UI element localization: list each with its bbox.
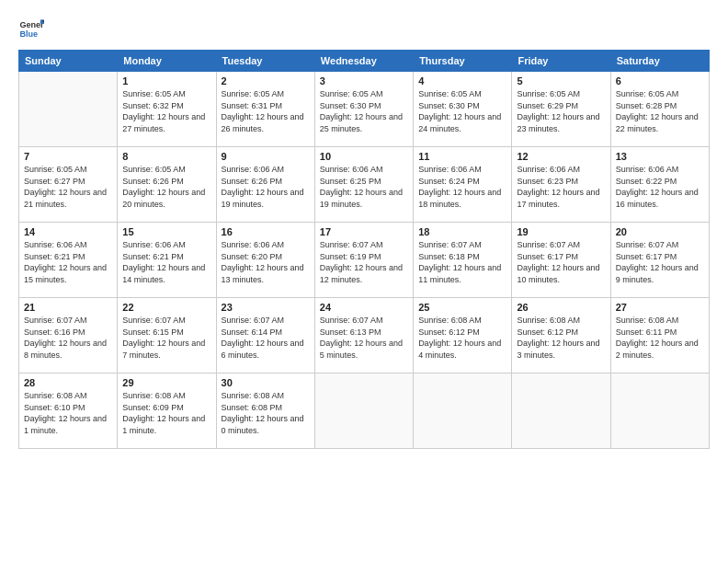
day-info: Sunrise: 6:08 AMSunset: 6:11 PMDaylight:… [616,315,704,361]
day-number: 4 [418,75,506,86]
calendar-cell: 10Sunrise: 6:06 AMSunset: 6:25 PMDayligh… [314,147,413,223]
day-number: 22 [122,302,210,313]
day-number: 3 [320,75,408,86]
day-number: 9 [222,151,310,162]
calendar-cell [512,373,610,449]
calendar-body: 1Sunrise: 6:05 AMSunset: 6:32 PMDaylight… [19,72,710,449]
day-number: 17 [320,226,408,237]
calendar-cell [314,373,413,449]
day-info: Sunrise: 6:08 AMSunset: 6:12 PMDaylight:… [517,315,605,361]
calendar-cell: 27Sunrise: 6:08 AMSunset: 6:11 PMDayligh… [610,298,709,373]
day-info: Sunrise: 6:07 AMSunset: 6:19 PMDaylight:… [320,239,408,285]
weekday-header-thursday: Thursday [414,51,512,72]
calendar-cell: 11Sunrise: 6:06 AMSunset: 6:24 PMDayligh… [414,147,512,223]
day-number: 30 [222,377,310,388]
calendar-cell: 1Sunrise: 6:05 AMSunset: 6:32 PMDaylight… [118,72,216,147]
day-number: 29 [122,377,210,388]
calendar-cell: 30Sunrise: 6:08 AMSunset: 6:08 PMDayligh… [216,373,314,449]
day-info: Sunrise: 6:06 AMSunset: 6:20 PMDaylight:… [222,239,310,285]
calendar-cell: 17Sunrise: 6:07 AMSunset: 6:19 PMDayligh… [314,223,413,298]
day-info: Sunrise: 6:06 AMSunset: 6:22 PMDaylight:… [616,164,704,210]
calendar-cell: 6Sunrise: 6:05 AMSunset: 6:28 PMDaylight… [610,72,709,147]
day-number: 15 [122,226,210,237]
calendar-week-1: 1Sunrise: 6:05 AMSunset: 6:32 PMDaylight… [19,72,710,147]
day-number: 21 [24,302,112,313]
day-info: Sunrise: 6:07 AMSunset: 6:13 PMDaylight:… [320,315,408,361]
weekday-header-saturday: Saturday [610,51,709,72]
calendar-cell [610,373,709,449]
calendar-cell: 20Sunrise: 6:07 AMSunset: 6:17 PMDayligh… [610,223,709,298]
calendar-week-3: 14Sunrise: 6:06 AMSunset: 6:21 PMDayligh… [19,223,710,298]
calendar-week-5: 28Sunrise: 6:08 AMSunset: 6:10 PMDayligh… [19,373,710,449]
calendar-cell: 25Sunrise: 6:08 AMSunset: 6:12 PMDayligh… [414,298,512,373]
day-info: Sunrise: 6:07 AMSunset: 6:18 PMDaylight:… [418,239,506,285]
day-number: 5 [517,75,605,86]
day-info: Sunrise: 6:06 AMSunset: 6:26 PMDaylight:… [222,164,310,210]
calendar-cell: 14Sunrise: 6:06 AMSunset: 6:21 PMDayligh… [19,223,118,298]
calendar-cell: 12Sunrise: 6:06 AMSunset: 6:23 PMDayligh… [512,147,610,223]
calendar-cell: 4Sunrise: 6:05 AMSunset: 6:30 PMDaylight… [414,72,512,147]
day-info: Sunrise: 6:07 AMSunset: 6:17 PMDaylight:… [616,239,704,285]
day-info: Sunrise: 6:08 AMSunset: 6:09 PMDaylight:… [122,390,210,436]
calendar-cell: 7Sunrise: 6:05 AMSunset: 6:27 PMDaylight… [19,147,118,223]
weekday-header-friday: Friday [512,51,610,72]
day-number: 13 [616,151,704,162]
calendar-cell: 19Sunrise: 6:07 AMSunset: 6:17 PMDayligh… [512,223,610,298]
calendar-cell: 5Sunrise: 6:05 AMSunset: 6:29 PMDaylight… [512,72,610,147]
page-header: General Blue [18,15,710,40]
day-number: 12 [517,151,605,162]
day-number: 6 [616,75,704,86]
calendar-week-4: 21Sunrise: 6:07 AMSunset: 6:16 PMDayligh… [19,298,710,373]
calendar-cell: 9Sunrise: 6:06 AMSunset: 6:26 PMDaylight… [216,147,314,223]
calendar-cell: 2Sunrise: 6:05 AMSunset: 6:31 PMDaylight… [216,72,314,147]
day-info: Sunrise: 6:05 AMSunset: 6:30 PMDaylight:… [418,88,506,134]
weekday-header-wednesday: Wednesday [314,51,413,72]
weekday-header-monday: Monday [118,51,216,72]
day-info: Sunrise: 6:05 AMSunset: 6:27 PMDaylight:… [24,164,112,210]
day-info: Sunrise: 6:07 AMSunset: 6:15 PMDaylight:… [122,315,210,361]
weekday-header-sunday: Sunday [19,51,118,72]
day-info: Sunrise: 6:08 AMSunset: 6:08 PMDaylight:… [222,390,310,436]
calendar-cell: 15Sunrise: 6:06 AMSunset: 6:21 PMDayligh… [118,223,216,298]
day-number: 25 [418,302,506,313]
day-number: 26 [517,302,605,313]
calendar-cell: 3Sunrise: 6:05 AMSunset: 6:30 PMDaylight… [314,72,413,147]
calendar-week-2: 7Sunrise: 6:05 AMSunset: 6:27 PMDaylight… [19,147,710,223]
day-info: Sunrise: 6:05 AMSunset: 6:29 PMDaylight:… [517,88,605,134]
calendar-cell: 23Sunrise: 6:07 AMSunset: 6:14 PMDayligh… [216,298,314,373]
day-info: Sunrise: 6:07 AMSunset: 6:16 PMDaylight:… [24,315,112,361]
day-info: Sunrise: 6:05 AMSunset: 6:32 PMDaylight:… [122,88,210,134]
calendar-cell: 21Sunrise: 6:07 AMSunset: 6:16 PMDayligh… [19,298,118,373]
calendar-header: SundayMondayTuesdayWednesdayThursdayFrid… [19,51,710,72]
day-number: 19 [517,226,605,237]
calendar-cell: 24Sunrise: 6:07 AMSunset: 6:13 PMDayligh… [314,298,413,373]
day-number: 1 [122,75,210,86]
day-number: 27 [616,302,704,313]
day-info: Sunrise: 6:08 AMSunset: 6:12 PMDaylight:… [418,315,506,361]
calendar-cell: 28Sunrise: 6:08 AMSunset: 6:10 PMDayligh… [19,373,118,449]
calendar-cell: 13Sunrise: 6:06 AMSunset: 6:22 PMDayligh… [610,147,709,223]
calendar-cell [19,72,118,147]
day-info: Sunrise: 6:05 AMSunset: 6:28 PMDaylight:… [616,88,704,134]
weekday-header-row: SundayMondayTuesdayWednesdayThursdayFrid… [19,51,710,72]
calendar-cell: 26Sunrise: 6:08 AMSunset: 6:12 PMDayligh… [512,298,610,373]
day-info: Sunrise: 6:07 AMSunset: 6:17 PMDaylight:… [517,239,605,285]
day-number: 24 [320,302,408,313]
logo: General Blue [18,15,44,40]
day-info: Sunrise: 6:06 AMSunset: 6:21 PMDaylight:… [24,239,112,285]
day-number: 14 [24,226,112,237]
day-number: 23 [222,302,310,313]
day-info: Sunrise: 6:06 AMSunset: 6:25 PMDaylight:… [320,164,408,210]
day-number: 10 [320,151,408,162]
calendar-cell: 8Sunrise: 6:05 AMSunset: 6:26 PMDaylight… [118,147,216,223]
day-number: 11 [418,151,506,162]
calendar-cell: 16Sunrise: 6:06 AMSunset: 6:20 PMDayligh… [216,223,314,298]
day-number: 20 [616,226,704,237]
day-number: 28 [24,377,112,388]
day-info: Sunrise: 6:06 AMSunset: 6:24 PMDaylight:… [418,164,506,210]
day-info: Sunrise: 6:06 AMSunset: 6:21 PMDaylight:… [122,239,210,285]
day-info: Sunrise: 6:08 AMSunset: 6:10 PMDaylight:… [24,390,112,436]
day-info: Sunrise: 6:05 AMSunset: 6:31 PMDaylight:… [222,88,310,134]
calendar-cell: 18Sunrise: 6:07 AMSunset: 6:18 PMDayligh… [414,223,512,298]
calendar-cell: 29Sunrise: 6:08 AMSunset: 6:09 PMDayligh… [118,373,216,449]
